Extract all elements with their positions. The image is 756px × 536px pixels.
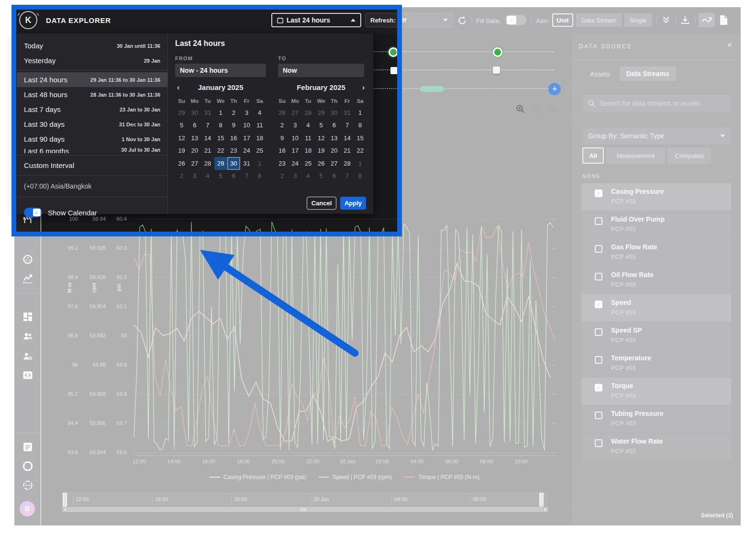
calendar-day[interactable]: 2 [227, 106, 240, 119]
user-avatar[interactable]: D [20, 501, 35, 516]
calendar-day[interactable]: 18 [253, 132, 266, 145]
calendar-day[interactable]: 26 [175, 157, 188, 170]
preset-last-24-hours[interactable]: Last 24 hours29 Jan 11:36 to 30 Jan 11:3… [17, 72, 167, 87]
calendar-day[interactable]: 5 [214, 170, 227, 183]
stream-item-speed-sp[interactable]: Speed SPPCP #03 [581, 322, 731, 349]
calendar-day[interactable]: 11 [253, 119, 266, 132]
checkbox-unchecked-icon[interactable] [595, 328, 602, 336]
calendar-day[interactable]: 24 [240, 145, 253, 157]
calendar-day[interactable]: 27 [289, 106, 301, 119]
calendar-day[interactable]: 19 [175, 145, 188, 157]
calendar-day[interactable]: 25 [301, 157, 314, 170]
stream-item-temperature[interactable]: TemperaturePCP #03 [581, 350, 731, 377]
close-icon[interactable]: × [727, 40, 732, 50]
checkbox-unchecked-icon[interactable] [595, 439, 602, 447]
calendar-day[interactable]: 4 [301, 170, 314, 183]
zoom-reset-icon[interactable] [548, 104, 557, 113]
calendar-day[interactable]: 22 [214, 145, 227, 157]
refresh-icon[interactable] [457, 15, 467, 26]
preset-last-6-months[interactable]: Last 6 months30 Jul to 30 Jan [17, 146, 167, 153]
calendar-day[interactable]: 26 [276, 106, 289, 119]
control-wheel-icon[interactable] [23, 255, 33, 264]
calendar-day[interactable]: 10 [289, 132, 301, 145]
calendar-day[interactable]: 27 [188, 157, 201, 170]
to-input[interactable]: Now [278, 64, 364, 77]
stream-item-torque[interactable]: ✓TorquePCP #03 [581, 378, 731, 405]
assistant-face-icon[interactable] [23, 480, 33, 490]
event-marker-square[interactable] [390, 67, 398, 74]
calendar-day[interactable]: 8 [354, 119, 367, 132]
from-input[interactable]: Now - 24 hours [175, 64, 266, 77]
code-icon[interactable] [23, 370, 33, 380]
calendar-day[interactable]: 18 [301, 145, 314, 157]
calendar-day[interactable]: 30 [328, 106, 341, 119]
preset-today[interactable]: Today30 Jan until 11:36 [17, 38, 167, 53]
calendar-day[interactable]: 19 [315, 145, 328, 157]
calendar-day[interactable]: 23 [227, 145, 240, 157]
download-icon[interactable] [680, 15, 690, 25]
calendar-day[interactable]: 14 [201, 132, 214, 145]
preset-last-30-days[interactable]: Last 30 days31 Dec to 30 Jan [17, 117, 167, 132]
show-calendar-toggle[interactable]: ✓ [24, 208, 42, 217]
calendar-day[interactable]: 31 [201, 106, 214, 119]
stream-item-speed[interactable]: ✓SpeedPCP #03 [581, 294, 731, 322]
calendar-day[interactable]: 31 [240, 157, 253, 170]
group-by-dropdown[interactable]: Group By: Semantic Type [582, 128, 731, 144]
calendar-day[interactable]: 13 [328, 132, 341, 145]
calendar-day[interactable]: 16 [227, 132, 240, 145]
compare-streams-button[interactable] [699, 13, 715, 27]
checkbox-checked-icon[interactable]: ✓ [595, 190, 602, 197]
calendar-day[interactable]: 8 [214, 119, 227, 132]
report-file-icon[interactable] [720, 15, 728, 25]
fill-data-toggle[interactable]: ✓ [505, 15, 526, 25]
axis-unit-button[interactable]: Unit [552, 13, 573, 27]
calendar-day[interactable]: 29 [175, 106, 188, 119]
calendar-day[interactable]: 12 [175, 132, 188, 145]
calendar-day[interactable]: 14 [341, 132, 354, 145]
calendar-day[interactable]: 20 [328, 145, 341, 157]
stream-item-gas-flow-rate[interactable]: Gas Flow RatePCP #03 [581, 239, 731, 266]
preset-last-90-days[interactable]: Last 90 days1 Nov to 30 Jan [17, 132, 167, 146]
dashboard-icon[interactable] [23, 312, 33, 322]
stream-item-oil-flow-rate[interactable]: Oil Flow RatePCP #03 [581, 267, 731, 294]
scroll-left-arrow[interactable] [62, 507, 67, 512]
calendar-day[interactable]: 1 [214, 106, 227, 119]
calendar-day[interactable]: 16 [276, 145, 289, 157]
calendar-day[interactable]: 2 [276, 119, 289, 132]
calendar-day[interactable]: 7 [240, 170, 253, 183]
checkbox-unchecked-icon[interactable] [595, 356, 602, 364]
calendar-day[interactable]: 30 [227, 157, 240, 170]
calendar-day[interactable]: 5 [315, 170, 328, 183]
calendar-day[interactable]: 28 [201, 157, 214, 170]
scroll-right-arrow[interactable] [543, 507, 548, 512]
calendar-day[interactable]: 10 [240, 119, 253, 132]
calendar-day[interactable]: 4 [253, 106, 266, 119]
calendar-day[interactable]: 29 [315, 106, 328, 119]
calendar-day[interactable]: 8 [253, 170, 266, 183]
calendar-day[interactable]: 6 [328, 170, 341, 183]
calendar-day[interactable]: 7 [341, 170, 354, 183]
calendar-day[interactable]: 25 [253, 145, 266, 157]
stream-item-tubing-pressure[interactable]: Tubing PressurePCP #03 [581, 405, 731, 433]
checkbox-checked-icon[interactable]: ✓ [595, 384, 602, 391]
horizontal-scrollbar[interactable] [62, 507, 548, 512]
time-range-dropdown-button[interactable]: Last 24 hours [271, 13, 361, 27]
calendar-day[interactable]: 3 [188, 170, 201, 183]
calendar-day[interactable]: 6 [188, 119, 201, 132]
calendar-day[interactable]: 31 [341, 106, 354, 119]
calendar-day[interactable]: 8 [354, 170, 367, 183]
axis-single-button[interactable]: Single [624, 13, 652, 27]
calendar-day[interactable]: 24 [289, 157, 301, 170]
custom-interval-option[interactable]: Custom Interval [17, 157, 167, 173]
notes-icon[interactable] [23, 442, 33, 452]
calendar-day[interactable]: 27 [328, 157, 341, 170]
add-event-button[interactable]: + [548, 83, 561, 95]
range-handle-left[interactable] [63, 492, 67, 507]
filter-computed-button[interactable]: Computed [667, 147, 711, 164]
range-handle-right[interactable] [539, 492, 544, 507]
checkbox-unchecked-icon[interactable] [595, 245, 602, 253]
stream-item-water-flow-rate[interactable]: Water Flow RatePCP #03 [581, 433, 731, 460]
calendar-day[interactable]: 3 [289, 170, 301, 183]
preset-last-48-hours[interactable]: Last 48 hours28 Jan 11:36 to 30 Jan 11:3… [17, 87, 167, 102]
calendar-day[interactable]: 30 [188, 106, 201, 119]
